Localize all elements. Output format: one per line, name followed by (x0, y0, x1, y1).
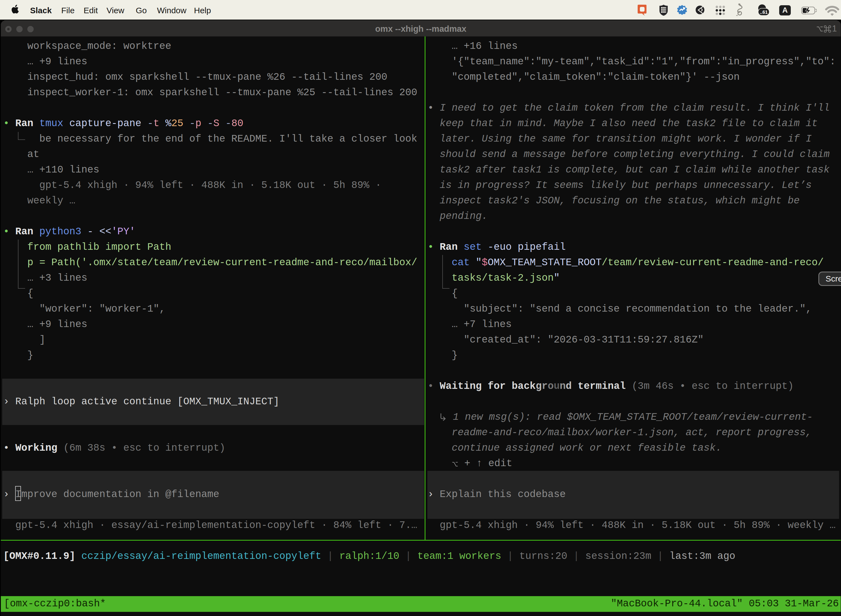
svg-text:..61: ..61 (760, 10, 768, 15)
